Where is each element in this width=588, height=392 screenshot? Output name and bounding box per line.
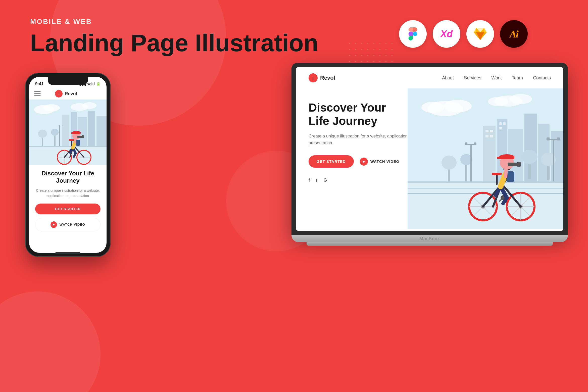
svg-rect-16 [490,135,493,137]
svg-point-77 [44,104,60,111]
svg-point-21 [442,156,457,170]
svg-line-68 [506,169,506,176]
svg-rect-17 [499,122,502,125]
svg-rect-84 [96,116,107,147]
phone-play-icon: ▶ [51,221,57,228]
svg-rect-80 [62,115,69,147]
svg-rect-37 [408,181,563,183]
phone-hero-description: Create a unique illustration for a websi… [35,188,101,199]
svg-rect-34 [465,142,467,145]
svg-point-79 [82,102,96,109]
phone-notch [48,77,88,85]
laptop-mockup: ↓ Revol About Services Work Team Contact… [291,63,568,246]
svg-rect-30 [547,137,550,140]
phone-logo-text: Revol [65,91,77,96]
phone-navigation: ↓ Revol [29,88,107,100]
xd-icon: Xd [433,20,460,48]
phone-mockup: 9:41 ▐▐▐ WiFi 🔋 ↓ Revol [25,73,111,257]
svg-rect-91 [29,146,107,165]
nav-item-contacts[interactable]: Contacts [533,75,551,81]
svg-point-6 [488,97,508,106]
play-icon: ▶ [360,158,368,166]
svg-rect-104 [69,139,74,141]
battery-icon: 🔋 [96,82,101,86]
phone-logo: ↓ Revol [55,90,77,97]
website-hero: Discover YourLife Journey Create a uniqu… [296,88,563,229]
laptop-screen: ↓ Revol About Services Work Team Contact… [296,67,563,231]
nav-item-about[interactable]: About [442,75,454,81]
get-started-button[interactable]: GET STARTED [309,155,354,168]
hero-description: Create a unique illustration for a websi… [309,133,417,146]
svg-rect-73 [508,163,518,166]
phone-body: 9:41 ▐▐▐ WiFi 🔋 ↓ Revol [25,73,111,257]
svg-point-3 [421,102,444,113]
svg-rect-31 [557,137,560,140]
svg-rect-90 [56,125,63,125]
laptop-base: MacBook [291,235,568,242]
phone-screen: 9:41 ▐▐▐ WiFi 🔋 ↓ Revol [29,77,107,253]
twitter-link[interactable]: t [316,178,318,183]
hero-buttons: GET STARTED ▶ WATCH VIDEO [309,155,417,168]
phone-watch-video-button[interactable]: ▶ WATCH VIDEO [35,218,101,231]
phone-content: Discover Your Life Journey Create a uniq… [29,165,107,236]
hero-left-content: Discover YourLife Journey Create a uniqu… [309,96,417,183]
svg-point-5 [509,94,532,104]
phone-time: 9:41 [35,81,44,86]
svg-point-25 [521,150,537,164]
bg-circle-2 [0,291,101,392]
laptop-base-bottom [307,242,553,246]
svg-rect-116 [71,132,74,134]
sketch-icon [466,20,494,48]
svg-rect-14 [490,130,493,132]
phone-hero-title: Discover Your Life Journey [35,170,101,184]
svg-rect-38 [408,188,563,189]
ai-icon: Ai [500,20,528,48]
svg-rect-74 [517,162,521,167]
svg-rect-89 [59,125,60,147]
phone-illustration [29,100,107,165]
nav-item-services[interactable]: Services [464,75,481,81]
svg-rect-19 [499,127,502,129]
svg-rect-15 [485,135,488,137]
svg-rect-57 [492,173,502,175]
laptop-body: ↓ Revol About Services Work Team Contact… [291,63,568,235]
svg-rect-87 [54,135,56,146]
svg-rect-92 [29,146,107,147]
svg-rect-28 [553,139,554,181]
phone-logo-icon: ↓ [55,90,63,97]
svg-point-86 [38,130,47,138]
svg-point-2 [444,100,472,112]
nav-links: About Services Work Team Contacts [442,75,551,81]
tool-icons-container: Xd Ai [399,20,528,48]
hero-title: Discover YourLife Journey [309,101,417,128]
svg-rect-18 [503,122,506,125]
website-logo: ↓ Revol [309,73,335,82]
figma-icon [399,20,427,48]
watch-video-button[interactable]: ▶ WATCH VIDEO [360,158,400,166]
svg-rect-118 [82,135,84,138]
website-navigation: ↓ Revol About Services Work Team Contact… [296,67,563,88]
social-links: f t G [309,178,417,183]
svg-rect-93 [29,150,107,150]
phone-get-started-button[interactable]: GET STARTED [35,204,101,214]
svg-rect-83 [88,111,95,147]
hamburger-menu[interactable] [34,91,41,96]
svg-rect-32 [470,144,472,183]
svg-point-88 [51,129,59,136]
logo-text: Revol [320,75,335,81]
svg-rect-13 [485,130,488,132]
phone-home-indicator [55,252,80,254]
nav-item-team[interactable]: Team [512,75,523,81]
hero-illustration [408,88,563,229]
svg-rect-26 [547,164,550,180]
wifi-icon: WiFi [87,82,95,86]
nav-item-work[interactable]: Work [491,75,502,81]
svg-rect-117 [77,136,82,138]
svg-rect-72 [497,157,502,159]
svg-rect-22 [465,164,467,181]
facebook-link[interactable]: f [309,178,310,183]
google-link[interactable]: G [323,178,327,183]
svg-rect-24 [528,161,531,179]
svg-rect-35 [474,142,476,145]
logo-icon: ↓ [309,73,318,82]
